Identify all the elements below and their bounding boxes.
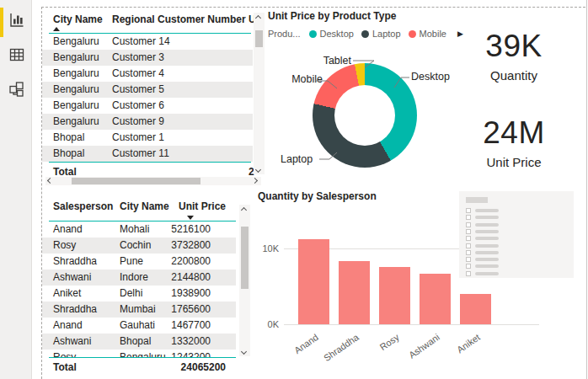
checkbox-icon bbox=[466, 250, 471, 255]
table-cell: Customer 4 bbox=[112, 66, 164, 82]
table-cell: Cochin bbox=[120, 238, 151, 254]
table-row[interactable]: BengaluruCustomer 3 bbox=[42, 50, 253, 66]
placeholder-line bbox=[475, 223, 499, 227]
checkbox-icon bbox=[466, 208, 471, 213]
legend-items: DesktopLaptopMobile bbox=[309, 29, 454, 39]
bar-shraddha[interactable] bbox=[339, 261, 370, 324]
vertical-scrollbar[interactable] bbox=[239, 205, 250, 356]
table-cell: 1765600 bbox=[171, 302, 211, 318]
table-row[interactable]: BengaluruCustomer 6 bbox=[42, 98, 253, 114]
sort-ascending-icon bbox=[53, 27, 60, 31]
bar-rosy[interactable] bbox=[379, 267, 410, 324]
scroll-up-icon[interactable] bbox=[241, 207, 247, 213]
column-header[interactable]: City Name bbox=[53, 13, 103, 25]
slicer-placeholder-header bbox=[466, 197, 488, 203]
table-cell: Bengaluru bbox=[53, 114, 99, 130]
donut-chart-visual: Unit Price by Product Type Produ... Desk… bbox=[261, 7, 473, 182]
chart-legend: Produ... DesktopLaptopMobile ▶ bbox=[268, 29, 463, 39]
table-cell: Aniket bbox=[53, 286, 81, 302]
table-row[interactable]: BengaluruCustomer 4 bbox=[42, 66, 253, 82]
table-cell: Bengaluru bbox=[120, 350, 166, 357]
column-header[interactable]: City Name bbox=[120, 200, 169, 212]
legend-title: Produ... bbox=[268, 29, 301, 39]
placeholder-line bbox=[475, 251, 499, 254]
table-cell: Bengaluru bbox=[53, 82, 99, 98]
scroll-down-icon[interactable] bbox=[241, 349, 247, 355]
table-row[interactable]: AshwaniBhopal1332000 bbox=[42, 334, 236, 350]
horizontal-scrollbar[interactable] bbox=[45, 177, 261, 185]
table-row[interactable]: RosyBengaluru1243200 bbox=[42, 350, 236, 357]
table-cell: Bengaluru bbox=[53, 34, 99, 50]
donut-label-tablet: Tablet bbox=[323, 55, 351, 67]
table-row[interactable]: AnandGauhati1467700 bbox=[42, 318, 236, 334]
visual-title: Unit Price by Product Type bbox=[268, 10, 396, 22]
table-cell: Mumbai bbox=[120, 302, 156, 318]
donut-label-desktop: Desktop bbox=[411, 71, 450, 83]
legend-item[interactable]: Mobile bbox=[409, 29, 446, 39]
column-header[interactable]: Unit Price bbox=[179, 200, 226, 212]
table-cell: Shraddha bbox=[53, 254, 97, 270]
total-label: Total bbox=[53, 361, 77, 373]
visual-title: Quantity by Salesperson bbox=[258, 190, 377, 202]
legend-dot-icon bbox=[361, 30, 369, 38]
donut-label-mobile: Mobile bbox=[291, 73, 323, 85]
table-row[interactable]: AniketDelhi1938900 bbox=[42, 286, 236, 302]
active-view-indicator bbox=[0, 8, 3, 37]
table-row[interactable]: BhopalCustomer 1 bbox=[42, 130, 253, 146]
kpi-cards: 39K Quantity 24M Unit Price bbox=[459, 25, 569, 181]
checkbox-icon bbox=[466, 222, 471, 227]
placeholder-line bbox=[475, 264, 499, 268]
table-row[interactable]: BengaluruCustomer 14 bbox=[42, 34, 253, 50]
salesperson-table-visual[interactable]: Salesperson City Name Unit Price AnandMo… bbox=[42, 195, 251, 379]
total-rule bbox=[49, 357, 236, 358]
scroll-left-icon[interactable] bbox=[47, 178, 53, 184]
table-row[interactable]: ShraddhaPune2200800 bbox=[42, 254, 236, 270]
table-cell: 2144800 bbox=[171, 270, 211, 286]
table-row[interactable]: ShraddhaMumbai1765600 bbox=[42, 302, 236, 318]
table-cell: Anand bbox=[53, 318, 83, 334]
column-header[interactable]: Regional Customer Number bbox=[112, 13, 246, 25]
legend-item[interactable]: Desktop bbox=[309, 29, 354, 39]
column-header[interactable]: Salesperson bbox=[53, 200, 113, 212]
report-view-button[interactable] bbox=[8, 11, 26, 29]
bar-chart-visual: Quantity by Salesperson 10K0KAnandShradd… bbox=[253, 187, 583, 368]
placeholder-line bbox=[475, 216, 499, 219]
bar-chart-icon bbox=[8, 11, 26, 29]
scroll-right-icon[interactable] bbox=[252, 178, 258, 184]
placeholder-line bbox=[475, 237, 499, 240]
legend-item[interactable]: Laptop bbox=[361, 29, 401, 39]
y-axis-tick: 10K bbox=[254, 243, 279, 254]
scrollbar-thumb[interactable] bbox=[72, 178, 200, 184]
card-value: 24M bbox=[459, 115, 569, 151]
table-cell: Customer 1 bbox=[112, 130, 164, 146]
card-value: 39K bbox=[459, 29, 569, 64]
table-row[interactable]: BhopalCustomer 11 bbox=[42, 146, 253, 162]
table-cell: Customer 14 bbox=[112, 34, 170, 50]
checkbox-icon bbox=[466, 215, 471, 220]
table-row[interactable]: BengaluruCustomer 5 bbox=[42, 82, 253, 98]
table-cell: Bengaluru bbox=[53, 50, 99, 66]
donut-chart[interactable] bbox=[313, 63, 417, 168]
table-cell: 3732800 bbox=[171, 238, 211, 254]
model-view-button[interactable] bbox=[8, 80, 26, 99]
table-cell: Bengaluru bbox=[53, 66, 99, 82]
window-edge bbox=[586, 0, 587, 379]
scroll-up-icon[interactable] bbox=[255, 15, 261, 21]
scroll-down-icon[interactable] bbox=[255, 167, 261, 173]
table-row[interactable]: RosyCochin3732800 bbox=[42, 238, 236, 254]
city-customer-table-visual[interactable]: City Name Regional Customer Number U Ben… bbox=[42, 8, 265, 186]
bar-anand[interactable] bbox=[298, 239, 329, 324]
data-view-button[interactable] bbox=[8, 45, 26, 64]
card-label: Unit Price bbox=[459, 155, 569, 169]
table-cell: 1938900 bbox=[171, 286, 211, 302]
scrollbar-thumb[interactable] bbox=[241, 227, 249, 289]
table-row[interactable]: AnandMohali5216100 bbox=[42, 222, 236, 238]
table-cell: Ashwani bbox=[53, 334, 91, 350]
table-row[interactable]: AshwaniIndore2144800 bbox=[42, 270, 236, 286]
legend-label: Desktop bbox=[320, 29, 354, 39]
table-row[interactable]: BengaluruCustomer 9 bbox=[42, 114, 253, 130]
bar-aniket[interactable] bbox=[460, 294, 491, 324]
table-cell: 5216100 bbox=[171, 222, 211, 238]
total-label: Total bbox=[53, 166, 77, 178]
bar-ashwani[interactable] bbox=[420, 274, 451, 324]
